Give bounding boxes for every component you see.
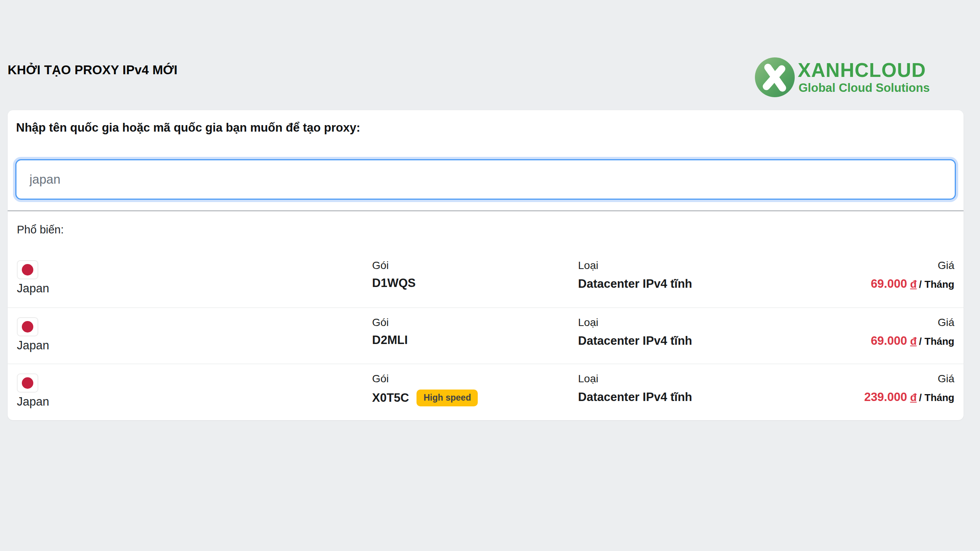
type-column-label: Loại bbox=[578, 259, 692, 272]
japan-flag-icon bbox=[17, 373, 38, 393]
country-cell: Japan bbox=[17, 317, 49, 352]
proxy-search-card: Nhập tên quốc gia hoặc mã quốc gia bạn m… bbox=[8, 110, 964, 420]
proxy-create-page: KHỞI TẠO PROXY IPv4 MỚI XANHCLOUD Global… bbox=[0, 0, 980, 551]
currency-dong: đ bbox=[910, 278, 916, 290]
country-name: Japan bbox=[17, 395, 49, 409]
type-cell: Loại Datacenter IPv4 tĩnh bbox=[578, 373, 692, 404]
country-name: Japan bbox=[17, 282, 49, 295]
package-code: X0T5C bbox=[372, 391, 409, 405]
logo-brand-text: XANHCLOUD bbox=[798, 59, 926, 82]
package-code: D2MLI bbox=[372, 333, 408, 347]
package-cell: Gói X0T5C High speed bbox=[372, 373, 478, 406]
country-input-label: Nhập tên quốc gia hoặc mã quốc gia bạn m… bbox=[16, 121, 360, 135]
price-column-label: Giá bbox=[871, 259, 954, 272]
japan-flag-icon bbox=[17, 317, 38, 336]
type-cell: Loại Datacenter IPv4 tĩnh bbox=[578, 259, 692, 291]
x-circle-icon bbox=[755, 57, 795, 97]
package-column-label: Gói bbox=[372, 316, 408, 329]
divider bbox=[8, 210, 964, 211]
package-cell: Gói D1WQS bbox=[372, 259, 416, 290]
price-cell: Giá 69.000đ/ Tháng bbox=[871, 259, 954, 291]
price-amount: 69.000 bbox=[871, 277, 907, 290]
proxy-plan-row[interactable]: Japan Gói D1WQS Loại Datacenter IPv4 tĩn… bbox=[8, 251, 964, 307]
package-cell: Gói D2MLI bbox=[372, 316, 408, 347]
price-amount: 69.000 bbox=[871, 334, 907, 347]
type-cell: Loại Datacenter IPv4 tĩnh bbox=[578, 316, 692, 348]
type-value: Datacenter IPv4 tĩnh bbox=[578, 277, 692, 291]
price-amount: 239.000 bbox=[864, 390, 907, 404]
package-code: D1WQS bbox=[372, 276, 416, 290]
proxy-plan-row[interactable]: Japan Gói X0T5C High speed Loại Datacent… bbox=[8, 364, 964, 420]
price-column-label: Giá bbox=[871, 316, 954, 329]
price-period: / Tháng bbox=[919, 336, 954, 347]
proxy-plan-row[interactable]: Japan Gói D2MLI Loại Datacenter IPv4 tĩn… bbox=[8, 307, 964, 364]
xanhcloud-logo: XANHCLOUD Global Cloud Solutions bbox=[755, 57, 939, 99]
currency-dong: đ bbox=[910, 391, 916, 403]
type-value: Datacenter IPv4 tĩnh bbox=[578, 390, 692, 404]
type-column-label: Loại bbox=[578, 373, 692, 385]
price-cell: Giá 239.000đ/ Tháng bbox=[864, 373, 954, 404]
country-search-input[interactable] bbox=[15, 159, 956, 200]
type-value: Datacenter IPv4 tĩnh bbox=[578, 334, 692, 348]
high-speed-badge: High speed bbox=[416, 390, 478, 406]
page-title: KHỞI TẠO PROXY IPv4 MỚI bbox=[8, 63, 178, 77]
currency-dong: đ bbox=[910, 335, 916, 347]
price-column-label: Giá bbox=[864, 373, 954, 385]
type-column-label: Loại bbox=[578, 316, 692, 329]
proxy-plan-list: Japan Gói D1WQS Loại Datacenter IPv4 tĩn… bbox=[8, 251, 964, 420]
japan-flag-icon bbox=[17, 260, 38, 279]
logo-tagline-text: Global Cloud Solutions bbox=[799, 81, 930, 95]
package-column-label: Gói bbox=[372, 373, 478, 385]
country-cell: Japan bbox=[17, 373, 49, 409]
country-cell: Japan bbox=[17, 260, 49, 295]
country-name: Japan bbox=[17, 339, 49, 352]
price-period: / Tháng bbox=[919, 279, 954, 290]
price-period: / Tháng bbox=[919, 392, 954, 403]
package-column-label: Gói bbox=[372, 259, 416, 272]
popular-section-label: Phổ biến: bbox=[17, 223, 64, 236]
price-cell: Giá 69.000đ/ Tháng bbox=[871, 316, 954, 348]
